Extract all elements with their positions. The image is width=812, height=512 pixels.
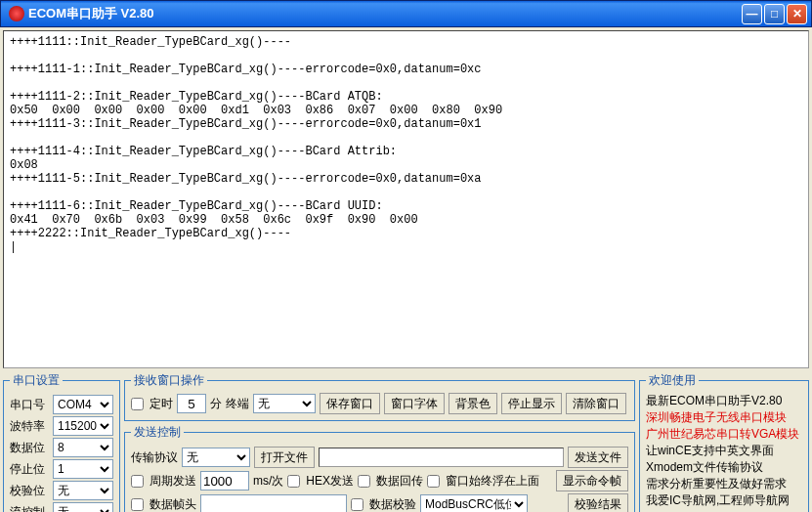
head-label: 数据帧头: [150, 496, 196, 513]
send-legend: 发送控制: [131, 424, 184, 441]
welcome-line-6[interactable]: 需求分析重要性及做好需求: [646, 476, 802, 492]
save-window-button[interactable]: 保存窗口: [320, 393, 380, 414]
proto-select[interactable]: 无: [182, 448, 250, 467]
welcome-line-5[interactable]: Xmodem文件传输协议: [646, 459, 802, 476]
flow-label: 流控制: [10, 504, 51, 513]
period-label: 周期发送: [150, 473, 196, 490]
baud-label: 波特率: [10, 418, 51, 435]
app-icon: [9, 6, 24, 21]
port-legend: 串口设置: [10, 372, 63, 389]
port-label: 串口号: [10, 397, 51, 413]
terminal-output[interactable]: ++++1111::Init_Reader_TypeBCard_xg()----…: [3, 30, 809, 368]
timer-label: 定时: [150, 396, 173, 412]
timer-input[interactable]: [177, 394, 206, 413]
welcome-group: 欢迎使用 最新ECOM串口助手V2.80 深圳畅捷电子无线串口模块 广州世纪易芯…: [639, 372, 809, 512]
timer-checkbox[interactable]: [131, 398, 144, 410]
welcome-line-7[interactable]: 我爱IC导航网,工程师导航网: [646, 492, 802, 509]
welcome-line-2[interactable]: 深圳畅捷电子无线串口模块: [646, 409, 802, 426]
baud-select[interactable]: 115200: [53, 416, 113, 436]
minimize-button[interactable]: —: [742, 4, 762, 24]
head-input[interactable]: [200, 494, 347, 512]
font-button[interactable]: 窗口字体: [384, 393, 445, 414]
stop-display-button[interactable]: 停止显示: [501, 393, 562, 414]
proto-label: 传输协议: [131, 449, 178, 466]
maximize-button[interactable]: □: [764, 4, 785, 24]
data-label: 数据位: [10, 440, 51, 456]
check-checkbox[interactable]: [351, 498, 363, 511]
port-select[interactable]: COM4: [53, 395, 113, 414]
welcome-line-4[interactable]: 让winCE支持中英文界面: [646, 443, 802, 459]
flow-select[interactable]: 无: [53, 502, 113, 512]
recv-legend: 接收窗口操作: [131, 372, 207, 389]
head-checkbox[interactable]: [131, 498, 144, 511]
term-select[interactable]: 无: [253, 394, 316, 413]
welcome-line-3[interactable]: 广州世纪易芯串口转VGA模块: [646, 426, 802, 443]
period-checkbox[interactable]: [131, 475, 144, 488]
send-file-button[interactable]: 发送文件: [568, 447, 628, 468]
hex-checkbox[interactable]: [287, 475, 300, 488]
hex-label: HEX发送: [306, 473, 354, 490]
check-label: 数据校验: [369, 496, 416, 513]
welcome-legend: 欢迎使用: [646, 372, 699, 389]
window-title: ECOM串口助手 V2.80: [28, 5, 742, 22]
recv-ops-group: 接收窗口操作 定时 分 终端 无 保存窗口 窗口字体 背景色 停止显示 清除窗口: [124, 372, 635, 421]
timer-unit: 分: [210, 396, 222, 412]
data-select[interactable]: 8: [53, 438, 113, 457]
parity-select[interactable]: 无: [53, 481, 113, 500]
parity-label: 校验位: [10, 483, 51, 499]
term-label: 终端: [226, 396, 249, 412]
clear-window-button[interactable]: 清除窗口: [566, 393, 626, 414]
stop-label: 停止位: [10, 461, 51, 478]
port-settings-group: 串口设置 串口号COM4 波特率115200 数据位8 停止位1 校验位无 流控…: [3, 372, 120, 512]
close-button[interactable]: ✕: [787, 4, 807, 24]
stop-select[interactable]: 1: [53, 459, 113, 479]
show-cmd-button[interactable]: 显示命令帧: [556, 470, 628, 491]
period-unit: ms/次: [253, 473, 283, 490]
bgcolor-button[interactable]: 背景色: [449, 393, 497, 414]
open-file-button[interactable]: 打开文件: [254, 447, 315, 468]
file-path-input[interactable]: [319, 448, 564, 467]
echo-label: 数据回传: [376, 473, 423, 490]
check-result-button[interactable]: 校验结果: [568, 493, 628, 512]
send-control-group: 发送控制 传输协议 无 打开文件 发送文件 周期发送 ms/次 HEX发送: [124, 424, 635, 512]
ontop-checkbox[interactable]: [427, 475, 440, 488]
echo-checkbox[interactable]: [358, 475, 370, 488]
period-input[interactable]: [200, 471, 249, 491]
title-bar: ECOM串口助手 V2.80 — □ ✕: [0, 0, 812, 27]
welcome-line-1[interactable]: 最新ECOM串口助手V2.80: [646, 393, 802, 409]
check-select[interactable]: ModBusCRC低位: [420, 494, 528, 512]
ontop-label: 窗口始终浮在上面: [446, 473, 539, 490]
